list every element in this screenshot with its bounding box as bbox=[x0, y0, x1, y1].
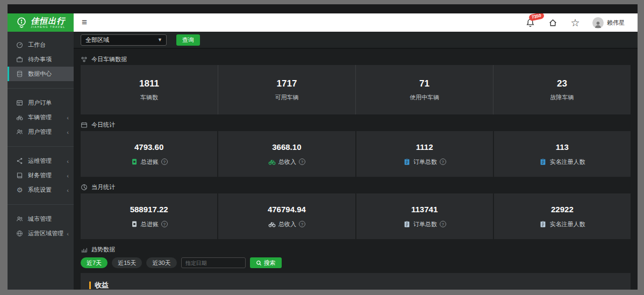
gear-icon: ⚙ bbox=[16, 186, 23, 193]
card-value: 3668.10 bbox=[272, 142, 301, 152]
help-icon[interactable]: ? bbox=[299, 159, 305, 165]
chevron-left-icon: ‹ bbox=[67, 129, 69, 135]
sidebar-item-label: 系统设置 bbox=[28, 186, 52, 194]
card-label: 总收入 bbox=[278, 220, 296, 228]
help-icon[interactable]: ? bbox=[440, 221, 446, 227]
sidebar-item-label: 运维管理 bbox=[28, 157, 52, 165]
favorites-button[interactable]: ☆ bbox=[570, 17, 581, 28]
stat-vehicle-total: 1811 车辆数 bbox=[81, 65, 218, 114]
card-value: 113741 bbox=[411, 205, 438, 214]
sidebar-item-label: 数据中心 bbox=[28, 70, 52, 78]
briefcase-icon bbox=[16, 56, 23, 63]
card-value: 476794.94 bbox=[268, 205, 306, 214]
sidebar-item-data-center[interactable]: 数据中心 bbox=[8, 67, 74, 81]
sidebar-item-label: 用户订单 bbox=[28, 99, 52, 107]
search-button-label: 搜索 bbox=[264, 259, 276, 267]
stat-card-month-orders: 113741 订单总数 ? bbox=[356, 193, 493, 239]
brand-subtitle: JIAHENG TRAVEL bbox=[31, 26, 65, 28]
help-icon[interactable]: ? bbox=[440, 159, 446, 165]
section-header-today-stats: 今日统计 bbox=[81, 119, 631, 130]
calendar-icon bbox=[81, 121, 88, 128]
sidebar-item-ops-mgmt[interactable]: 运维管理 ‹ bbox=[8, 154, 74, 168]
region-select-value: 全部区域 bbox=[85, 36, 109, 44]
notification-badge: 7350 bbox=[528, 13, 545, 21]
stat-card-today-revenue: 3668.10 总收入 ? bbox=[218, 131, 355, 177]
help-icon[interactable]: ? bbox=[299, 221, 305, 227]
bicycle-icon bbox=[268, 220, 276, 228]
home-button[interactable] bbox=[547, 17, 558, 28]
query-button[interactable]: 查询 bbox=[176, 34, 200, 46]
users-icon bbox=[16, 128, 23, 135]
stat-value: 71 bbox=[419, 78, 430, 89]
stat-vehicle-fault: 23 故障车辆 bbox=[493, 65, 631, 114]
stat-label: 使用中车辆 bbox=[410, 93, 439, 102]
nodes-icon bbox=[81, 56, 88, 63]
section-title: 当月统计 bbox=[91, 183, 115, 191]
sidebar-item-label: 财务管理 bbox=[28, 171, 52, 179]
users-icon bbox=[16, 215, 23, 222]
chevron-left-icon: ‹ bbox=[67, 187, 69, 193]
stat-label: 可用车辆 bbox=[275, 93, 299, 102]
brand-logo[interactable]: 佳恒出行 JIAHENG TRAVEL bbox=[8, 13, 74, 32]
sidebar-item-user-orders[interactable]: 用户订单 bbox=[8, 96, 74, 110]
card-label: 实名注册人数 bbox=[549, 158, 585, 166]
stat-card-month-revenue: 476794.94 总收入 ? bbox=[218, 193, 355, 239]
main-content: 全部区域 ▼ 查询 今日车辆数据 1811 车辆数 bbox=[74, 32, 638, 290]
sidebar-divider bbox=[8, 204, 74, 205]
sidebar-item-label: 用户管理 bbox=[28, 128, 52, 136]
caret-down-icon: ▼ bbox=[158, 37, 162, 42]
sidebar-item-system-settings[interactable]: ⚙ 系统设置 ‹ bbox=[8, 183, 74, 197]
user-menu[interactable]: 赖伟星 bbox=[592, 17, 625, 28]
star-icon: ☆ bbox=[570, 18, 579, 28]
filter-bar: 全部区域 ▼ 查询 bbox=[74, 32, 638, 49]
stat-card-today-registered: 113 实名注册人数 bbox=[494, 131, 631, 177]
range-button-30d[interactable]: 近30天 bbox=[146, 257, 176, 268]
chevron-left-icon: ‹ bbox=[67, 114, 69, 121]
card-value: 22922 bbox=[551, 205, 574, 214]
stat-value: 23 bbox=[557, 78, 567, 89]
sidebar-item-region-mgmt[interactable]: 运营区域管理 ‹ bbox=[8, 226, 74, 241]
section-header-month-stats: 当月统计 bbox=[81, 182, 631, 192]
sidebar-item-todo[interactable]: 待办事项 bbox=[8, 52, 74, 67]
book-icon bbox=[16, 172, 23, 179]
sidebar-item-workbench[interactable]: 工作台 bbox=[8, 38, 74, 52]
globe-icon bbox=[16, 230, 23, 237]
date-input[interactable] bbox=[181, 257, 246, 268]
brand-title: 佳恒出行 bbox=[31, 17, 65, 25]
topbar-spacer bbox=[95, 13, 525, 32]
bicycle-icon bbox=[268, 158, 276, 166]
section-header-trend: 趋势数据 bbox=[81, 244, 631, 255]
search-button[interactable]: 搜索 bbox=[250, 257, 282, 268]
chevron-left-icon: ‹ bbox=[67, 158, 69, 164]
card-label: 总收入 bbox=[278, 158, 296, 166]
section-title: 趋势数据 bbox=[91, 246, 115, 254]
sidebar-item-label: 工作台 bbox=[28, 41, 46, 49]
clipboard-icon bbox=[539, 220, 547, 228]
sidebar-toggle-icon[interactable]: ≡ bbox=[74, 13, 95, 32]
sidebar-divider bbox=[8, 88, 74, 89]
search-icon bbox=[256, 260, 262, 266]
help-icon[interactable]: ? bbox=[161, 221, 168, 227]
range-button-7d[interactable]: 近7天 bbox=[81, 257, 108, 268]
earnings-title-row: 收益 bbox=[89, 280, 622, 290]
sidebar-item-city-mgmt[interactable]: 城市管理 bbox=[8, 212, 74, 226]
range-button-15d[interactable]: 近15天 bbox=[112, 257, 142, 268]
month-stats-cards: 588917.22 总进账 ? 476794.94 总收入 bbox=[81, 193, 631, 239]
help-icon[interactable]: ? bbox=[161, 159, 168, 165]
sidebar-item-finance-mgmt[interactable]: 财务管理 ‹ bbox=[8, 168, 74, 183]
sidebar-divider bbox=[8, 146, 74, 147]
sidebar-item-user-mgmt[interactable]: 用户管理 ‹ bbox=[8, 125, 74, 139]
brand-pin-icon bbox=[16, 17, 27, 28]
stat-label: 车辆数 bbox=[140, 93, 158, 102]
accent-bar bbox=[89, 282, 91, 289]
stat-vehicle-in-use: 71 使用中车辆 bbox=[356, 65, 493, 114]
card-label: 实名注册人数 bbox=[549, 220, 585, 228]
person-icon bbox=[594, 20, 602, 28]
bicycle-icon bbox=[16, 114, 23, 121]
stat-card-today-income: 4793.60 总进账 ? bbox=[81, 131, 217, 177]
chevron-left-icon: ‹ bbox=[67, 172, 69, 179]
region-select[interactable]: 全部区域 ▼ bbox=[81, 34, 167, 46]
sidebar-item-vehicle-mgmt[interactable]: 车辆管理 ‹ bbox=[8, 110, 74, 125]
notifications-button[interactable]: 7350 bbox=[525, 17, 535, 28]
pie-chart-icon bbox=[81, 184, 88, 191]
